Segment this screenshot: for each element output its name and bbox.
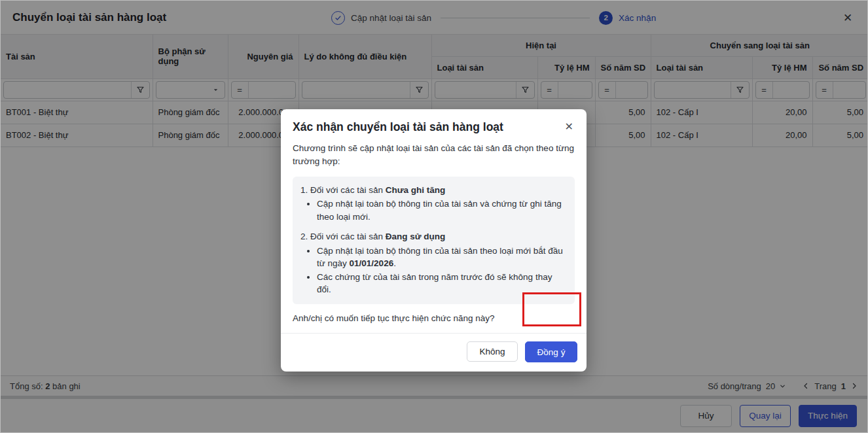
asset-transfer-window: Chuyển loại tài sản hàng loạt Cập nhật l… bbox=[0, 0, 868, 433]
case-1-text: 1. Đối với các tài sản bbox=[300, 185, 386, 195]
dialog-footer: Không Đồng ý bbox=[281, 333, 587, 372]
dialog-info-box: 1. Đối với các tài sản Chưa ghi tăng Cập… bbox=[293, 177, 575, 305]
case-2-text: 2. Đối với các tài sản bbox=[300, 232, 386, 241]
case-1-bold: Chưa ghi tăng bbox=[386, 185, 446, 195]
agree-button[interactable]: Đồng ý bbox=[525, 341, 577, 362]
case-2-bullet-1-post: . bbox=[393, 258, 396, 268]
case-1-bullet: Cập nhật lại toàn bộ thông tin của tài s… bbox=[317, 198, 566, 223]
case-2-bullet-1: Cập nhật lại toàn bộ thông tin của tài s… bbox=[317, 245, 566, 270]
dialog-close-icon[interactable]: ✕ bbox=[564, 120, 575, 133]
case-2-bold: Đang sử dụng bbox=[386, 232, 446, 241]
dialog-question: Anh/chị có muốn tiếp tục thực hiện chức … bbox=[293, 313, 575, 323]
case-2-bullet-2: Các chứng từ của tài sản trong năm trước… bbox=[317, 271, 566, 296]
case-1: 1. Đối với các tài sản Chưa ghi tăng Cập… bbox=[300, 184, 566, 224]
confirm-dialog: Xác nhận chuyển loại tài sản hàng loạt ✕… bbox=[281, 109, 587, 372]
no-button[interactable]: Không bbox=[467, 341, 518, 362]
case-2: 2. Đối với các tài sản Đang sử dụng Cập … bbox=[300, 230, 566, 296]
dialog-intro-text: Chương trình sẽ cập nhật loại tài sản củ… bbox=[293, 142, 575, 169]
dialog-title: Xác nhận chuyển loại tài sản hàng loạt bbox=[293, 120, 503, 134]
case-2-bullet-1-bold: 01/01/2026 bbox=[350, 258, 394, 268]
